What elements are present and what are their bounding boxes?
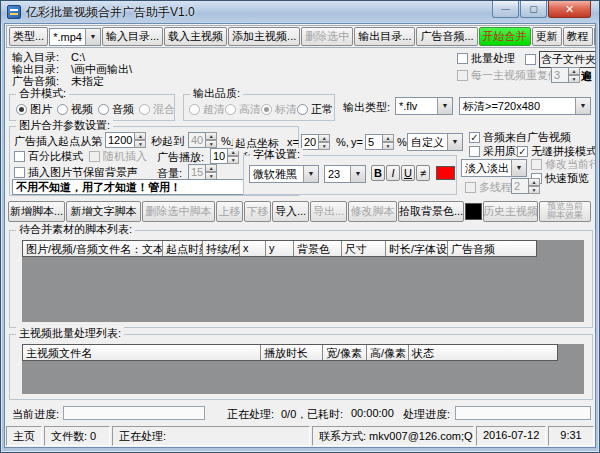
column-header[interactable]: y [266,241,294,256]
status-home[interactable]: 主页 [6,426,42,446]
input-dir-button[interactable]: 输入目录... [102,27,163,46]
font-size-combo[interactable]: 23 ▼ [324,165,366,183]
output-format-combo[interactable]: *.flv ▼ [395,97,453,115]
title-bar[interactable]: 亿彩批量视频合并广告助手V1.0 — ▢ ✕ [1,1,599,23]
radio-circle [57,104,68,115]
add-text-script-button[interactable]: 新增文字脚本 [66,201,141,222]
chevron-down-icon[interactable]: ▼ [447,134,462,150]
column-header[interactable]: 主视频文件名 [23,345,261,360]
overall-progress-bar [455,406,591,420]
spin-down-icon[interactable]: ▼ [383,142,394,150]
main-toolbar: 类型... *.mp4 ▼ 输入目录... 载入主视频 添加主视频... 删除选… [6,25,596,48]
column-header[interactable]: 时长/字体设置 [386,241,448,256]
output-dir-button[interactable]: 输出目录... [354,27,415,46]
spin-up-icon[interactable]: ▲ [383,134,394,142]
underline-button[interactable]: U [401,165,415,181]
column-header[interactable]: 高/像素 [367,345,409,360]
column-header[interactable]: 状态 [409,345,557,360]
insert-start-stepper[interactable]: 1200 ▲▼ [105,132,146,148]
ad-play-label: 广告播放: [157,150,204,165]
tutorial-button[interactable]: 教程 [563,27,593,46]
checkbox-box [457,53,468,64]
bg-color-swatch[interactable] [465,203,482,220]
spin-up-icon[interactable]: ▲ [319,134,330,142]
column-header[interactable]: 持续/秒 [203,241,240,256]
main-video-list-table[interactable]: 主视频文件名 播放时长 宽/像素 高/像素 状态 [22,344,584,394]
login-button[interactable]: 登录 [594,27,596,46]
include-subfolders-checkbox[interactable]: 含子文件夹 [525,51,596,68]
chevron-down-icon[interactable]: ▼ [303,166,318,182]
move-up-button: 上移 [216,201,243,222]
y-stepper[interactable]: 5 ▲▼ [365,134,394,150]
type-format-combo[interactable]: *.mp4 ▼ [49,28,101,46]
spin-down-icon[interactable]: ▼ [319,142,330,150]
add-main-video-button[interactable]: 添加主视频... [228,27,300,46]
keep-bg-sound-checkbox[interactable]: 插入图片节保留背景声 [14,165,138,180]
status-time: 9:31 [548,426,594,446]
modify-current-line-label: 修改当前行 [545,157,596,172]
script-list-table[interactable]: 图片/视频/音频文件名：文本 起点时刻 持续/秒 x y 背景色 尺寸 时长/字… [22,240,584,322]
spin-up-icon: ▲ [206,132,217,140]
batch-process-checkbox[interactable]: 批量处理 [457,51,515,66]
ad-audio-button[interactable]: 广告音频... [416,27,477,46]
spin-up-icon[interactable]: ▲ [135,132,146,140]
audio-from-ad-checkbox[interactable]: ✓ 音频来自广告视频 [469,130,571,145]
x-label: x= [287,136,299,148]
y-suffix: % [397,136,407,148]
column-header[interactable]: 尺寸 [342,241,386,256]
spin-down-icon[interactable]: ▼ [135,140,146,148]
chevron-down-icon[interactable]: ▼ [350,166,365,182]
x-value[interactable]: 20 [301,134,319,150]
column-header[interactable]: 宽/像素 [323,345,367,360]
radio-circle [16,104,27,115]
import-button[interactable]: 导入... [272,201,309,222]
strikethrough-button[interactable]: ≠ [416,165,430,181]
pick-bg-color-button[interactable]: 拾取背景色... [398,201,464,222]
maximize-button[interactable]: ▢ [520,1,547,18]
y-value[interactable]: 5 [365,134,383,150]
chevron-down-icon[interactable]: ▼ [437,98,452,114]
bold-button[interactable]: B [371,165,385,181]
column-header[interactable]: 广告音频 [448,241,536,256]
font-name-combo[interactable]: 微软雅黑 ▼ [249,165,319,183]
type-button[interactable]: 类型... [9,27,48,46]
checkbox-box [457,70,468,81]
update-button[interactable]: 更新 [532,27,562,46]
add-script-button[interactable]: 新增脚本... [8,201,65,222]
insert-start-value[interactable]: 1200 [105,132,135,148]
ad-audio-row: 广告音频: 未指定 [12,75,104,87]
quality-normal-radio[interactable]: 正常 [297,102,333,117]
column-header[interactable]: 起点时刻 [163,241,203,256]
transition-value: 淡入淡出 [462,160,511,176]
processing-value: 0/0， [281,407,307,422]
merge-mode-audio-radio[interactable]: 音频 [98,102,134,117]
chevron-down-icon[interactable]: ▼ [511,160,526,176]
column-header[interactable]: 图片/视频/音频文件名：文本 [23,241,163,256]
chevron-down-icon[interactable]: ▼ [575,98,590,114]
position-preset-combo[interactable]: 自定义 ▼ [407,133,463,151]
ad-play-value[interactable]: 10 [210,148,228,164]
merge-mode-audio-label: 音频 [112,102,134,117]
percent-mode-checkbox[interactable]: 百分比模式 [14,149,83,164]
close-button[interactable]: ✕ [548,1,591,18]
start-merge-button[interactable]: 开始合并 [479,27,531,46]
move-down-button: 下移 [244,201,271,222]
transition-combo[interactable]: 淡入淡出 ▼ [461,159,527,177]
column-header[interactable]: x [240,241,266,256]
x-stepper[interactable]: 20 ▲▼ [301,134,330,150]
italic-button[interactable]: I [386,165,400,181]
column-header[interactable]: 播放时长 [261,345,323,360]
spin-down-icon[interactable]: ▼ [228,156,239,164]
load-main-video-button[interactable]: 载入主视频 [164,27,227,46]
minimize-button[interactable]: — [492,1,519,18]
merge-mode-video-radio[interactable]: 视频 [57,102,93,117]
font-color-swatch[interactable] [436,166,455,180]
insert-start-label: 广告插入起点从第 [14,134,102,149]
merge-mode-mixed-radio: 混合 [139,102,175,117]
radio-circle [189,104,200,115]
merge-mode-image-radio[interactable]: 图片 [16,102,52,117]
font-settings-title: 字体设置: [250,148,303,161]
chevron-down-icon[interactable]: ▼ [85,29,100,45]
output-resolution-combo[interactable]: 标清>=720x480 ▼ [459,97,591,115]
column-header[interactable]: 背景色 [294,241,342,256]
